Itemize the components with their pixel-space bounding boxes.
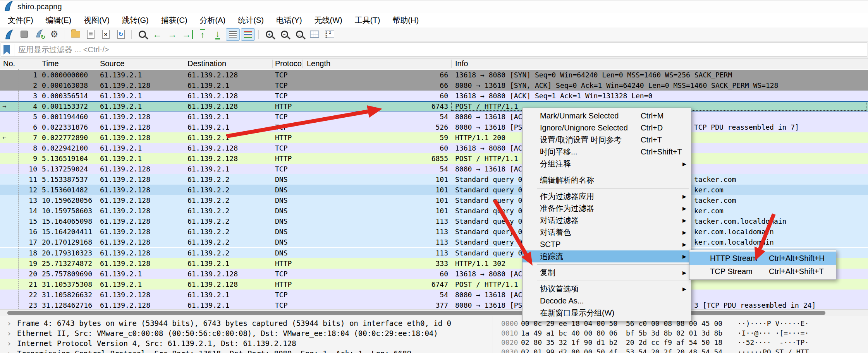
expander-chevron-icon[interactable]: ›: [7, 318, 11, 328]
wireshark-window: shiro.pcapng 文件(F)编辑(E)视图(V)跳转(G)捕获(C)分析…: [0, 0, 868, 353]
menubar-item-6[interactable]: 分析(A): [194, 15, 232, 26]
go-last-packet-button[interactable]: ↓: [211, 28, 225, 41]
packet-row-8[interactable]: 80.02294210061.139.2.161.139.2.128TCP601…: [0, 143, 868, 153]
zoom-out-button[interactable]: −: [277, 28, 291, 41]
reload-file-button[interactable]: ↻: [114, 28, 128, 41]
menubar-item-1[interactable]: 文件(F): [2, 15, 40, 26]
horizontal-scrollbar[interactable]: [0, 309, 868, 316]
packet-row-15[interactable]: 1515.16406509861.139.2.12861.139.2.2DNS1…: [0, 216, 868, 226]
packet-row-6[interactable]: 60.02233187661.139.2.12861.139.2.1TCP526…: [0, 122, 868, 132]
context-menu-item-cn-17[interactable]: 协议首选项▶: [523, 283, 691, 295]
numbered-columns-button[interactable]: 1 2 3: [323, 28, 337, 41]
colorize-toggle-button[interactable]: [241, 28, 255, 41]
hex-bytes-pane[interactable]: 000000 0c 29 ee 18 04 00 50 56 c0 00 08 …: [493, 316, 868, 353]
auto-scroll-toggle-button[interactable]: [226, 28, 240, 41]
open-file-button[interactable]: [69, 28, 83, 41]
cell-no: 11: [0, 174, 37, 185]
menubar-item-3[interactable]: 视图(V): [77, 15, 116, 26]
packet-row-1[interactable]: 10.00000000061.139.2.161.139.2.128TCP661…: [0, 70, 868, 80]
packet-row-5[interactable]: 50.00119446061.139.2.12861.139.2.1TCP548…: [0, 111, 868, 122]
resize-columns-button[interactable]: [308, 28, 321, 41]
context-menu-item-cn-13[interactable]: 追踪流▶: [523, 250, 691, 262]
packet-row-13[interactable]: 1310.15962805661.139.2.12861.139.2.2DNS1…: [0, 195, 868, 206]
expander-chevron-icon[interactable]: ›: [7, 338, 11, 348]
go-first-packet-button[interactable]: ↑: [196, 28, 210, 41]
menubar-item-5[interactable]: 捕获(C): [155, 15, 194, 26]
column-header-length[interactable]: Length: [307, 58, 330, 70]
context-menu-item-cn-6[interactable]: 编辑解析的名称: [523, 174, 691, 186]
menubar-item-4[interactable]: 跳转(G): [116, 15, 155, 26]
filter-bookmark-icon[interactable]: [3, 45, 10, 55]
hex-row-0010[interactable]: 00101a 49 a1 bc 40 00 80 06 bf 5b 3d 8b …: [493, 328, 868, 338]
context-menu-item-w[interactable]: 在新窗口显示分组(W): [523, 307, 691, 319]
context-menu-item-cn-11[interactable]: 对话着色▶: [523, 226, 691, 238]
expander-chevron-icon[interactable]: ›: [7, 348, 11, 353]
menubar-item-10[interactable]: 工具(T): [349, 15, 387, 26]
pane-splitter[interactable]: [493, 316, 493, 353]
go-back-button[interactable]: ←: [150, 28, 164, 41]
packet-row-3[interactable]: 30.00035651461.139.2.161.139.2.128TCP601…: [0, 91, 868, 101]
restart-capture-button[interactable]: ↻: [32, 28, 46, 41]
packet-row-14[interactable]: 1410.15975860361.139.2.12861.139.2.2DNS1…: [0, 206, 868, 216]
packet-row-23[interactable]: 2331.12846271661.139.2.12861.139.2.1TCP3…: [0, 300, 868, 309]
context-menu-item-cn-2[interactable]: 设置/取消设置 时间参考Ctrl+T: [523, 134, 691, 146]
cell-time: 5.153387537: [42, 174, 98, 185]
packet-row-17[interactable]: 1720.17012916861.139.2.12861.139.2.2DNS1…: [0, 237, 868, 247]
context-menu-item-decode-as[interactable]: Decode As...: [523, 295, 691, 307]
packet-row-9[interactable]: 95.13651910461.139.2.161.139.2.128HTTP68…: [0, 153, 868, 164]
packet-row-16[interactable]: 1615.16420441161.139.2.12861.139.2.2DNS1…: [0, 226, 868, 237]
packet-row-22[interactable]: 2231.10582663261.139.2.12861.139.2.1TCP5…: [0, 290, 868, 300]
go-to-packet-button[interactable]: →: [180, 28, 194, 41]
column-header-info[interactable]: Info: [455, 58, 468, 70]
packet-row-12[interactable]: 125.15360148261.139.2.12861.139.2.2DNS10…: [0, 185, 868, 195]
start-capture-button[interactable]: [2, 28, 16, 41]
capture-options-button[interactable]: ⚙: [47, 28, 61, 41]
detail-line-3[interactable]: ›Internet Protocol Version 4, Src: 61.13…: [0, 338, 493, 348]
detail-line-4[interactable]: ›Transmission Control Protocol, Src Port…: [0, 348, 493, 353]
packet-row-21[interactable]: 2131.10537530861.139.2.161.139.2.128HTTP…: [0, 279, 868, 290]
save-file-button[interactable]: [84, 28, 98, 41]
submenu-item-tcp-stream[interactable]: TCP StreamCtrl+Alt+Shift+T: [689, 265, 836, 278]
cell-src: 61.139.2.128: [100, 248, 184, 258]
column-header-time[interactable]: Time: [42, 58, 59, 70]
menubar-item-7[interactable]: 统计(S): [232, 15, 270, 26]
packet-row-10[interactable]: 105.13725902461.139.2.12861.139.2.1TCP54…: [0, 164, 868, 174]
go-forward-button[interactable]: →: [165, 28, 179, 41]
context-menu-item-cn-8[interactable]: 作为过滤器应用▶: [523, 190, 691, 202]
context-menu-item-cn-10[interactable]: 对话过滤器▶: [523, 214, 691, 226]
context-menu-item-sctp[interactable]: SCTP▶: [523, 238, 691, 250]
detail-line-2[interactable]: ›Ethernet II, Src: VMware_c0:00:08 (00:5…: [0, 328, 493, 338]
zoom-reset-button[interactable]: =: [292, 28, 306, 41]
column-header-source[interactable]: Source: [100, 58, 124, 70]
context-menu-item-cn-9[interactable]: 准备作为过滤器▶: [523, 202, 691, 214]
context-menu-item-cn-15[interactable]: 复制▶: [523, 267, 691, 279]
display-filter-input[interactable]: 应用显示过滤器 ... <Ctrl-/>: [1, 43, 867, 57]
menubar-item-8[interactable]: 电话(Y): [270, 15, 308, 26]
zoom-in-button[interactable]: +: [262, 28, 276, 41]
menubar-item-11[interactable]: 帮助(H): [386, 15, 425, 26]
packet-row-2[interactable]: 20.00016303861.139.2.12861.139.2.1TCP668…: [0, 80, 868, 91]
context-menu-item-cn-3[interactable]: 时间平移...Ctrl+Shift+T: [523, 146, 691, 158]
expander-chevron-icon[interactable]: ›: [7, 328, 11, 338]
context-menu-item-cn-4[interactable]: 分组注释▶: [523, 158, 691, 170]
close-file-button[interactable]: ×: [99, 28, 113, 41]
context-menu-item-ignore-unignore-selected[interactable]: Ignore/Unignore SelectedCtrl+D: [523, 122, 691, 134]
packet-row-4[interactable]: 40.00115337261.139.2.161.139.2.128HTTP67…: [0, 101, 868, 111]
hex-row-0030[interactable]: 003002 01 99 d2 00 00 50 4f 53 54 20 2f …: [493, 347, 868, 353]
detail-line-1[interactable]: ›Frame 4: 6743 bytes on wire (53944 bits…: [0, 318, 493, 328]
packet-details-pane[interactable]: ›Frame 4: 6743 bytes on wire (53944 bits…: [0, 316, 493, 353]
horizontal-scrollbar-thumb[interactable]: [7, 311, 825, 315]
column-header-no[interactable]: No.: [3, 58, 15, 70]
column-header-protoco[interactable]: Protoco: [275, 58, 302, 70]
stop-capture-button[interactable]: [17, 28, 31, 41]
cell-info-tail: TCP PDU reassembled in 7]: [694, 122, 868, 132]
packet-row-7[interactable]: 70.02277289061.139.2.12861.139.2.1HTTP59…: [0, 132, 868, 143]
packet-row-11[interactable]: 115.15338753761.139.2.12861.139.2.2DNS10…: [0, 174, 868, 185]
find-packet-button[interactable]: [135, 28, 149, 41]
submenu-item-http-stream[interactable]: HTTP StreamCtrl+Alt+Shift+H: [689, 252, 836, 265]
column-header-destination[interactable]: Destination: [187, 58, 226, 70]
context-menu-item-mark-unmark-selected[interactable]: Mark/Unmark SelectedCtrl+M: [523, 110, 691, 122]
menubar-item-9[interactable]: 无线(W): [308, 15, 349, 26]
hex-row-0020[interactable]: 002002 80 35 32 1f 90 d1 b2 20 2d cc f9 …: [493, 338, 868, 347]
menubar-item-2[interactable]: 编辑(E): [40, 15, 78, 26]
